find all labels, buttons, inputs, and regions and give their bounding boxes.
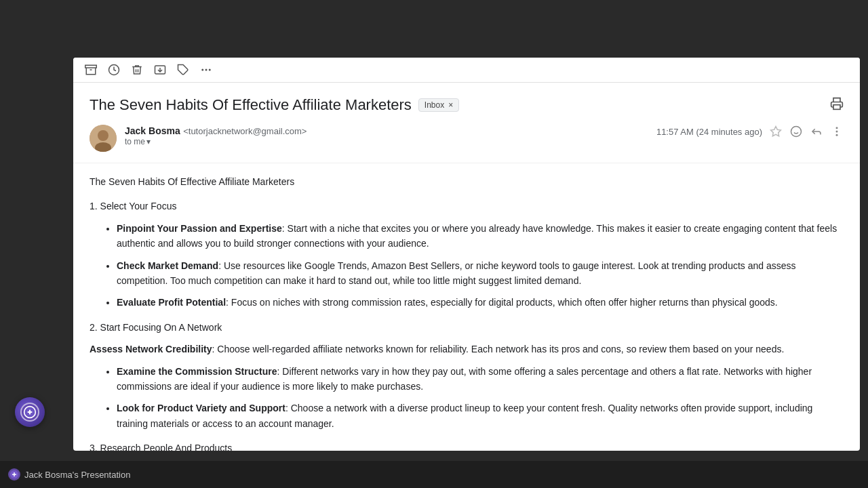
section-1-bullets: Pinpoint Your Passion and Expertise: Sta… (90, 221, 844, 310)
label-icon[interactable] (176, 63, 190, 77)
star-icon[interactable] (769, 125, 783, 138)
fab-button[interactable] (15, 397, 45, 427)
svg-point-14 (791, 127, 802, 137)
email-text-content: The Seven Habits Of Effective Affiliate … (73, 163, 860, 451)
svg-marker-13 (771, 127, 781, 136)
email-subject-row: The Seven Habits Of Effective Affiliate … (90, 96, 844, 114)
assess-bold: Assess Network Credibility (90, 344, 212, 354)
clock-icon[interactable] (107, 63, 121, 77)
svg-point-7 (205, 69, 208, 71)
email-timestamp: 11:57 AM (24 minutes ago) (656, 127, 762, 137)
sender-email: <tutorjacknetwork@gmail.com> (183, 126, 307, 136)
svg-rect-9 (833, 104, 840, 109)
email-header-section: The Seven Habits Of Effective Affiliate … (73, 83, 860, 163)
section-2-bullets: Examine the Commission Structure: Differ… (90, 364, 844, 432)
email-intro: The Seven Habits Of Effective Affiliate … (90, 174, 844, 189)
reply-icon[interactable] (810, 125, 823, 138)
move-to-icon[interactable] (153, 63, 167, 77)
sender-actions: 11:57 AM (24 minutes ago) (656, 125, 844, 138)
taskbar-item[interactable]: Jack Bosma's Presentation (8, 468, 130, 481)
sender-name-line: Jack Bosma <tutorjacknetwork@gmail.com> (125, 125, 648, 137)
avatar (90, 125, 117, 152)
list-item: Pinpoint Your Passion and Expertise: Sta… (117, 221, 844, 251)
list-item: Examine the Commission Structure: Differ… (117, 364, 844, 394)
sender-info: Jack Bosma <tutorjacknetwork@gmail.com> … (125, 125, 648, 146)
taskbar-label: Jack Bosma's Presentation (24, 470, 130, 480)
inbox-badge[interactable]: Inbox × (418, 98, 459, 112)
email-toolbar (73, 58, 860, 83)
bullet-bold: Check Market Demand (117, 260, 218, 271)
sender-row: Jack Bosma <tutorjacknetwork@gmail.com> … (90, 125, 844, 152)
sender-name: Jack Bosma (125, 125, 180, 136)
trash-icon[interactable] (130, 63, 144, 77)
email-container: The Seven Habits Of Effective Affiliate … (73, 58, 860, 451)
list-item: Evaluate Profit Potential: Focus on nich… (117, 295, 844, 310)
subject-text: The Seven Habits Of Effective Affiliate … (90, 96, 412, 114)
list-item: Check Market Demand: Use resources like … (117, 258, 844, 289)
svg-point-19 (836, 134, 838, 136)
taskbar-app-icon (8, 468, 20, 481)
list-item: Look for Product Variety and Support: Ch… (117, 401, 844, 431)
taskbar: Jack Bosma's Presentation (0, 461, 868, 488)
more-icon[interactable] (199, 63, 213, 77)
archive-icon[interactable] (84, 63, 98, 77)
svg-point-8 (209, 69, 211, 71)
svg-rect-0 (85, 65, 97, 68)
section-1-header: 1. Select Your Focus (90, 199, 844, 214)
sender-to: to me ▾ (125, 137, 648, 146)
section-2-header: 2. Start Focusing On A Network (90, 320, 844, 335)
dropdown-icon[interactable]: ▾ (146, 137, 151, 146)
badge-close-icon[interactable]: × (448, 100, 453, 110)
svg-point-6 (201, 69, 203, 71)
svg-point-11 (98, 130, 108, 141)
left-sidebar (0, 0, 73, 461)
email-body: The Seven Habits Of Effective Affiliate … (73, 83, 860, 451)
email-subject: The Seven Habits Of Effective Affiliate … (90, 96, 459, 114)
fab-inner (20, 403, 39, 422)
bullet-bold: Pinpoint Your Passion and Expertise (117, 223, 282, 234)
more-actions-icon[interactable] (830, 125, 844, 138)
bullet-bold: Look for Product Variety and Support (117, 403, 285, 413)
section-2-assess: Assess Network Credibility: Choose well-… (90, 342, 844, 357)
svg-point-17 (836, 127, 838, 129)
section-3-header: 3. Research People And Products (90, 441, 844, 451)
print-icon[interactable] (830, 97, 844, 114)
bullet-bold: Examine the Commission Structure (117, 366, 277, 377)
svg-point-18 (836, 131, 838, 133)
emoji-icon[interactable] (789, 125, 803, 138)
bullet-bold: Evaluate Profit Potential (117, 297, 226, 308)
